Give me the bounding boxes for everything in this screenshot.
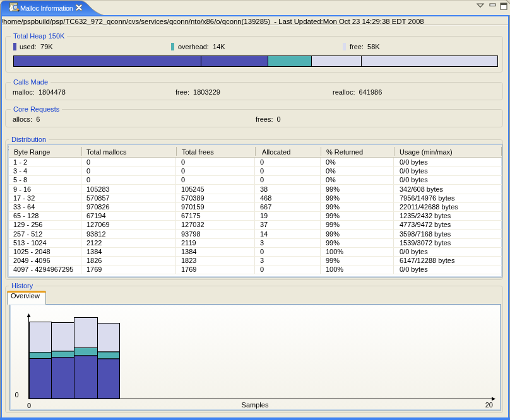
svg-text:20: 20	[485, 401, 493, 409]
svg-text:0: 0	[15, 391, 18, 399]
svg-text:Samples: Samples	[242, 401, 269, 409]
svg-text:0: 0	[27, 402, 31, 409]
